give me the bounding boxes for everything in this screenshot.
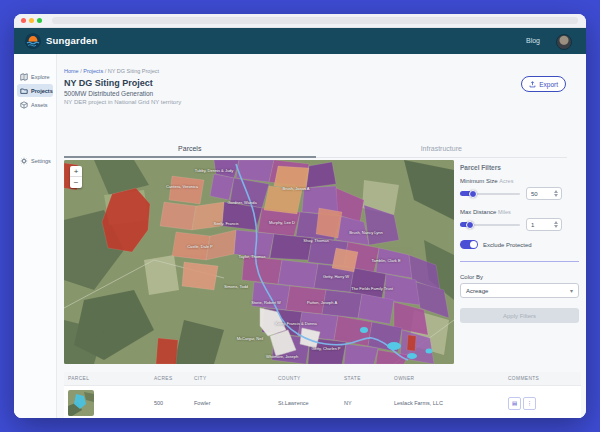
export-button[interactable]: Export xyxy=(521,76,566,92)
blog-link[interactable]: Blog xyxy=(526,37,540,44)
map-parcel-label: Cantera, Veronica xyxy=(166,184,198,189)
apply-filters-button[interactable]: Apply Filters xyxy=(460,308,579,323)
map-parcel-label: Murphy, Lee D xyxy=(269,220,295,225)
max-distance-label: Max Distance Miles xyxy=(460,209,581,215)
sidebar-item-label: Explore xyxy=(31,74,50,80)
map-parcel-label: Tamblin, Clark E xyxy=(371,258,400,263)
url-bar[interactable] xyxy=(52,17,578,24)
min-size-slider[interactable] xyxy=(460,190,520,198)
map-parcel-label: Seely, Francis xyxy=(213,221,238,226)
col-comments: Comments xyxy=(508,376,578,381)
map-zoom-control: + − xyxy=(70,166,82,188)
map-parcel-label: Tubby, Dennis & Judy xyxy=(195,168,234,173)
filters-heading: Parcel Filters xyxy=(460,164,581,171)
sidebar-item-settings[interactable]: Settings xyxy=(17,154,53,167)
tab-parcels[interactable]: Parcels xyxy=(64,142,316,158)
tab-bar: Parcels Infrastructure xyxy=(64,142,567,158)
page-title: NY DG Siting Project xyxy=(64,78,153,88)
cell-county: St.Lawrence xyxy=(278,400,344,406)
map-parcel-label: Patton, Joseph A xyxy=(307,300,337,305)
close-button[interactable] xyxy=(21,18,26,23)
folder-icon xyxy=(20,87,28,95)
col-parcel: Parcel xyxy=(64,376,154,381)
max-distance-input[interactable] xyxy=(527,222,553,228)
map-parcel-label: Getty, Harry W xyxy=(323,274,349,279)
map-parcel-label: Castle, Dale P xyxy=(187,244,213,249)
max-distance-slider[interactable] xyxy=(460,221,520,229)
sungarden-logo-icon[interactable] xyxy=(25,33,41,49)
map-parcel-label: The Fields Family Trust xyxy=(351,286,393,291)
chevron-down-icon: ▾ xyxy=(570,287,573,294)
parcel-filters-panel: Parcel Filters Minimum Size Acres Max Di… xyxy=(458,160,581,323)
parcel-thumbnail[interactable] xyxy=(68,390,94,416)
exclude-protected-label: Exclude Protected xyxy=(483,242,532,248)
map-parcel-label: Taylor, Thomas xyxy=(238,254,265,259)
breadcrumb-home[interactable]: Home xyxy=(64,68,79,74)
cell-owner: Leslack Farms, LLC xyxy=(394,400,508,406)
breadcrumb-separator: / xyxy=(105,68,107,74)
map-icon xyxy=(20,73,28,81)
export-label: Export xyxy=(539,81,558,88)
exclude-protected-toggle[interactable] xyxy=(460,240,478,249)
app-body: Explore Projects Assets Settings xyxy=(14,54,586,418)
page-description: NY DER project in National Grid NY terri… xyxy=(64,99,181,105)
brand-name: Sungarden xyxy=(46,35,97,46)
map-view[interactable]: Tubby, Dennis & Judy Cantera, Veronica G… xyxy=(64,160,454,364)
breadcrumb: Home / Projects / NY DG Siting Project xyxy=(64,68,159,74)
browser-chrome xyxy=(14,14,586,28)
map-parcel-label: Brush, Nancy Lynn xyxy=(349,230,383,235)
sidebar-item-label: Projects xyxy=(31,88,53,94)
gear-icon xyxy=(20,157,28,165)
parcel-table: Parcel Acres City County State Owner Com… xyxy=(64,372,581,418)
color-by-label: Color By xyxy=(460,274,581,280)
comments-button[interactable]: ▤ xyxy=(508,397,521,410)
breadcrumb-projects[interactable]: Projects xyxy=(83,68,103,74)
cell-city: Fowler xyxy=(194,400,278,406)
app-navbar: Sungarden Blog xyxy=(14,28,586,54)
stepper-icon[interactable] xyxy=(554,190,558,198)
map-parcel-label: Whitmore, Joseph xyxy=(266,354,298,359)
sidebar-item-label: Assets xyxy=(31,102,48,108)
tab-infrastructure[interactable]: Infrastructure xyxy=(316,142,568,157)
page-subtitle: 500MW Distributed Generation xyxy=(64,90,153,97)
panel-divider xyxy=(460,261,579,262)
export-icon xyxy=(529,81,536,88)
zoom-in-button[interactable]: + xyxy=(70,166,82,177)
map-parcel-label: Storie, Robert W xyxy=(251,300,281,305)
col-city: City xyxy=(194,376,278,381)
more-button[interactable]: ⋮ xyxy=(523,397,536,410)
col-owner: Owner xyxy=(394,376,508,381)
breadcrumb-current: NY DG Siting Project xyxy=(108,68,159,74)
zoom-out-button[interactable]: − xyxy=(70,177,82,188)
map-parcel-label: Brush, Jason A xyxy=(283,186,310,191)
map-parcel-label: Getty, Charles P xyxy=(311,346,340,351)
min-size-input-group xyxy=(526,187,562,200)
minimize-button[interactable] xyxy=(29,18,34,23)
sidebar: Explore Projects Assets Settings xyxy=(14,54,57,418)
sidebar-item-projects[interactable]: Projects xyxy=(17,84,53,97)
sidebar-item-label: Settings xyxy=(31,158,51,164)
col-acres: Acres xyxy=(154,376,194,381)
sidebar-item-explore[interactable]: Explore xyxy=(17,70,53,83)
map-parcel-label: McCargar, Neil xyxy=(237,336,263,341)
min-size-label: Minimum Size Acres xyxy=(460,178,581,184)
color-by-select[interactable]: Acreage ▾ xyxy=(460,283,579,298)
table-row[interactable]: 500 Fowler St.Lawrence NY Leslack Farms,… xyxy=(64,386,581,418)
max-distance-unit: Miles xyxy=(498,209,511,215)
color-by-value: Acreage xyxy=(466,288,488,294)
cell-state: NY xyxy=(344,400,394,406)
sidebar-item-assets[interactable]: Assets xyxy=(17,98,53,111)
table-header-row: Parcel Acres City County State Owner Com… xyxy=(64,372,581,386)
map-parcel-label: Gordner, Wanda xyxy=(227,200,256,205)
box-icon xyxy=(20,101,28,109)
map-parcel-label: Kerry, Francis & Donna xyxy=(275,321,316,326)
min-size-unit: Acres xyxy=(499,178,513,184)
min-size-input[interactable] xyxy=(527,191,553,197)
cell-acres: 500 xyxy=(154,400,194,406)
col-county: County xyxy=(278,376,344,381)
stepper-icon[interactable] xyxy=(554,221,558,229)
user-avatar[interactable] xyxy=(556,34,572,50)
breadcrumb-separator: / xyxy=(80,68,82,74)
col-state: State xyxy=(344,376,394,381)
maximize-button[interactable] xyxy=(37,18,42,23)
